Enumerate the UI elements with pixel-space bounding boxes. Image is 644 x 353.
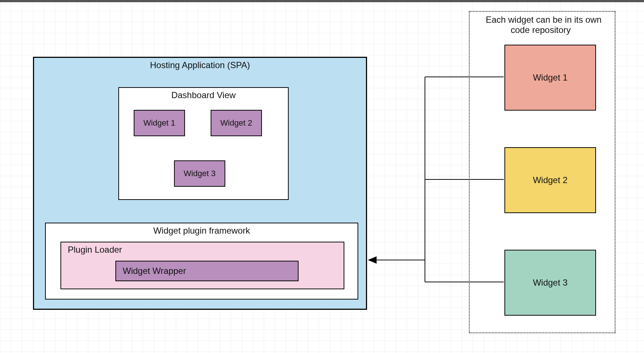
dashboard-widget-1: Widget 1: [134, 110, 185, 136]
repo-container-box: Each widget can be in its own code repos…: [469, 11, 615, 333]
plugin-framework-box: Widget plugin framework Plugin Loader Wi…: [45, 223, 358, 300]
hosting-title: Hosting Application (SPA): [147, 58, 253, 73]
dashboard-widget-2: Widget 2: [211, 110, 262, 136]
dashboard-widget-3-label: Widget 3: [181, 167, 219, 181]
repo-widget-2: Widget 2: [504, 147, 596, 213]
dashboard-view-box: Dashboard View Widget 1 Widget 2 Widget …: [118, 87, 289, 200]
dashboard-widget-3: Widget 3: [174, 160, 225, 187]
dashboard-title: Dashboard View: [169, 88, 239, 103]
diagram-canvas: Hosting Application (SPA) Dashboard View…: [0, 0, 644, 353]
repo-widget-2-label: Widget 2: [530, 173, 571, 187]
widget-wrapper-box: Widget Wrapper: [115, 261, 299, 281]
hosting-application-box: Hosting Application (SPA) Dashboard View…: [33, 57, 367, 310]
repo-container-title: Each widget can be in its own code repos…: [483, 12, 602, 37]
plugin-loader-box: Plugin Loader Widget Wrapper: [60, 242, 344, 289]
top-bar: [0, 0, 644, 2]
plugin-loader-title: Plugin Loader: [61, 242, 125, 257]
dashboard-widget-2-label: Widget 2: [218, 116, 255, 130]
repo-widget-1: Widget 1: [504, 45, 596, 111]
repo-widget-3-label: Widget 3: [530, 275, 571, 290]
repo-widget-3: Widget 3: [504, 250, 596, 316]
widget-wrapper-title: Widget Wrapper: [116, 264, 189, 278]
repo-widget-1-label: Widget 1: [530, 70, 571, 85]
framework-title: Widget plugin framework: [150, 223, 253, 238]
dashboard-widget-1-label: Widget 1: [141, 116, 178, 130]
